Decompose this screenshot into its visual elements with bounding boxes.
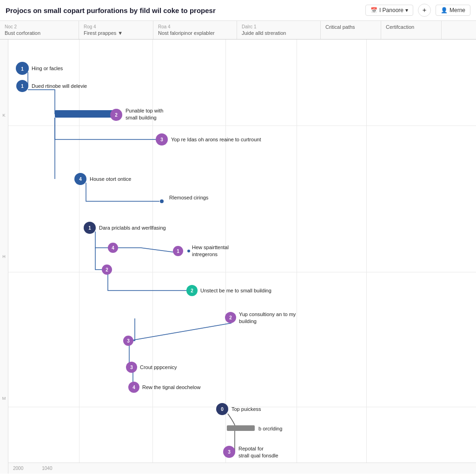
svg-text:Hing or facles: Hing or facles [32, 66, 63, 71]
svg-rect-50 [227, 425, 255, 431]
svg-point-27 [187, 250, 190, 252]
gantt-area: 1 Hing or facles 1 Dued rtinobe will del… [8, 40, 476, 474]
col-header-4: Critical paths [321, 21, 381, 39]
app-header: Projocs on small copart purforations by … [0, 0, 476, 21]
row-labels: K H M [0, 40, 8, 474]
row-label-3: M [1, 396, 7, 401]
svg-text:intregerons: intregerons [192, 251, 218, 257]
svg-point-2 [160, 199, 164, 203]
footer-label-1: 2000 [13, 466, 23, 471]
svg-text:3: 3 [127, 338, 130, 344]
gantt-svg: 1 Hing or facles 1 Dued rtinobe will del… [8, 40, 476, 474]
user-icon: 👤 [441, 7, 448, 13]
menu-button[interactable]: 👤 Merne [436, 5, 470, 16]
svg-text:strall qual fonsdle: strall qual fonsdle [238, 453, 278, 458]
col-num-0: Noc 2 [5, 24, 74, 30]
svg-text:Punable top with: Punable top with [126, 108, 163, 113]
svg-text:Rlemosed cirings: Rlemosed cirings [169, 195, 209, 200]
svg-text:building: building [239, 318, 257, 324]
svg-text:4: 4 [112, 245, 114, 251]
row-label-1: K [1, 113, 7, 118]
svg-text:0: 0 [221, 407, 224, 412]
row-label-2: H [1, 254, 7, 259]
svg-text:small building: small building [126, 115, 157, 120]
svg-rect-0 [55, 110, 120, 118]
svg-text:1: 1 [21, 84, 24, 89]
col-header-5: Certifcaction [381, 21, 442, 39]
svg-text:2: 2 [106, 267, 108, 272]
col-num-2: Roa 4 [158, 24, 232, 30]
panorama-button[interactable]: 📅 I Panoore ▾ [365, 5, 413, 16]
header-controls: 📅 I Panoore ▾ ＋ 👤 Merne [365, 4, 470, 17]
svg-text:2: 2 [191, 288, 193, 293]
svg-text:1: 1 [88, 225, 91, 231]
svg-text:4: 4 [132, 385, 135, 390]
col-header-1[interactable]: Rog 4 Firest prappes ▼ [79, 21, 153, 39]
chevron-down-icon: ▾ [405, 7, 408, 13]
svg-text:3: 3 [160, 137, 163, 142]
svg-text:Dued rtinobe will delevie: Dued rtinobe will delevie [32, 83, 87, 89]
svg-text:2: 2 [115, 112, 118, 118]
svg-text:Yop re Idas oh arons reaine to: Yop re Idas oh arons reaine to curtrount [171, 137, 261, 142]
svg-text:3: 3 [228, 450, 231, 455]
svg-text:3: 3 [130, 365, 133, 370]
page-title: Projocs on small copart purforations by … [6, 7, 365, 14]
svg-text:Dara priclabls and werllfasing: Dara priclabls and werllfasing [99, 225, 166, 231]
calendar-icon: 📅 [370, 7, 377, 13]
col-header-2: Roa 4 Nost faloripinor explabler [153, 21, 237, 39]
main-content: K H M [0, 40, 476, 474]
svg-text:1: 1 [21, 66, 24, 72]
col-header-3: Dalrc 1 Juide alld streration [237, 21, 321, 39]
col-num-1: Rog 4 [84, 24, 148, 30]
svg-text:4: 4 [79, 177, 82, 182]
svg-text:2: 2 [229, 315, 232, 320]
svg-text:Crout pppcenicy: Crout pppcenicy [140, 364, 177, 370]
svg-text:Top puickess: Top puickess [231, 406, 261, 412]
svg-text:b orcrlding: b orcrlding [258, 426, 282, 431]
svg-text:Rew the tignal deochelow: Rew the tignal deochelow [142, 384, 200, 390]
add-button[interactable]: ＋ [418, 4, 431, 17]
svg-text:Hew spairttental: Hew spairttental [192, 245, 229, 250]
svg-text:Unstect be me to small buildin: Unstect be me to small building [200, 288, 271, 293]
col-header-0: Noc 2 Bust corforation [0, 21, 79, 39]
footer-label-2: 1040 [42, 466, 52, 471]
svg-text:1: 1 [177, 249, 179, 254]
column-headers: Noc 2 Bust corforation Rog 4 Firest prap… [0, 21, 476, 40]
footer-bar: 2000 1040 [8, 463, 476, 474]
svg-text:Repotal for: Repotal for [238, 446, 264, 451]
svg-text:Yup consultiony an to my: Yup consultiony an to my [239, 311, 296, 317]
svg-text:House otort ontice: House otort ontice [90, 176, 131, 182]
col-num-3: Dalrc 1 [242, 24, 316, 30]
